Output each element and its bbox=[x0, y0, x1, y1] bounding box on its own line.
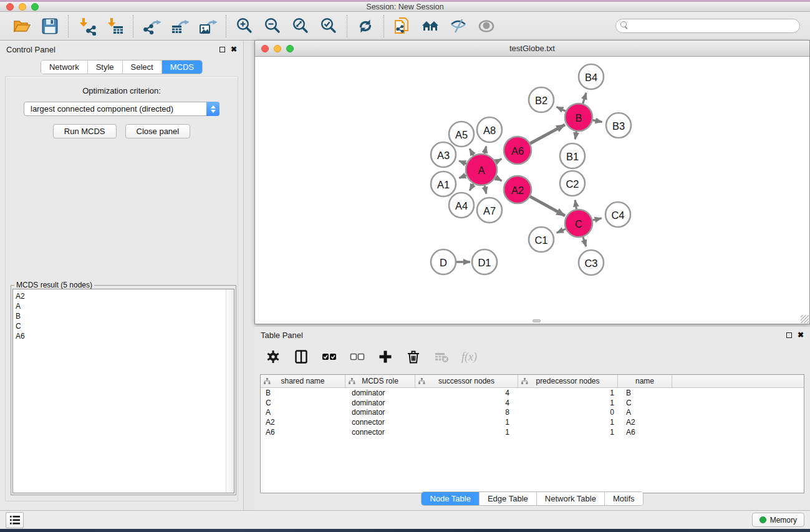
edge-A-A3[interactable] bbox=[459, 161, 466, 164]
tab-select[interactable]: Select bbox=[122, 60, 162, 74]
table-tab-motifs[interactable]: Motifs bbox=[604, 492, 643, 505]
graph-node-A1[interactable]: A1 bbox=[431, 172, 456, 196]
edge-A-A4[interactable] bbox=[470, 184, 473, 191]
graph-node-C3[interactable]: C3 bbox=[579, 250, 604, 275]
graph-node-B1[interactable]: B1 bbox=[560, 143, 585, 168]
graph-node-D1[interactable]: D1 bbox=[472, 249, 497, 274]
edge-A-A5[interactable] bbox=[470, 149, 473, 156]
export-table-icon[interactable] bbox=[170, 17, 189, 36]
graph-node-C2[interactable]: C2 bbox=[560, 171, 585, 196]
graph-node-C4[interactable]: C4 bbox=[605, 202, 630, 227]
mcds-result-item[interactable]: C bbox=[16, 321, 234, 331]
graph-node-B4[interactable]: B4 bbox=[579, 64, 604, 89]
graph-node-A7[interactable]: A7 bbox=[477, 198, 502, 223]
mcds-result-item[interactable]: A6 bbox=[16, 331, 234, 341]
column-header-name[interactable]: name bbox=[618, 375, 672, 387]
tab-network[interactable]: Network bbox=[41, 60, 87, 74]
graph-node-A6[interactable]: A6 bbox=[504, 137, 531, 164]
table-row[interactable]: Bdominator41B bbox=[261, 388, 804, 398]
save-session-icon[interactable] bbox=[41, 17, 59, 36]
table-row[interactable]: Adominator80A bbox=[261, 407, 804, 417]
edge-C-C4[interactable] bbox=[592, 218, 601, 220]
float-table-panel-icon[interactable] bbox=[786, 332, 792, 338]
function-builder-icon[interactable]: f(x) bbox=[461, 349, 477, 365]
edge-B-B1[interactable] bbox=[575, 132, 576, 140]
birdseye-view-icon[interactable] bbox=[477, 17, 496, 36]
show-columns-icon[interactable] bbox=[293, 349, 309, 365]
graph-node-D[interactable]: D bbox=[431, 249, 456, 274]
tab-mcds[interactable]: MCDS bbox=[162, 60, 202, 74]
edge-A-A7[interactable] bbox=[485, 185, 486, 193]
graph-node-B3[interactable]: B3 bbox=[606, 113, 631, 138]
network-hscrollbar-thumb[interactable] bbox=[533, 319, 541, 322]
column-header-MCDS-role[interactable]: MCDS role bbox=[345, 375, 415, 387]
run-mcds-button[interactable]: Run MCDS bbox=[53, 124, 117, 138]
graph-node-A3[interactable]: A3 bbox=[431, 142, 456, 167]
memory-button[interactable]: Memory bbox=[752, 513, 804, 527]
network-canvas[interactable]: AA1A2A3A4A5A6A7A8BB1B2B3B4CC1C2C3C4DD1 bbox=[255, 57, 809, 324]
mcds-result-item[interactable]: B bbox=[16, 311, 234, 321]
refresh-layout-icon[interactable] bbox=[356, 17, 375, 36]
network-resize-grip[interactable] bbox=[801, 315, 809, 323]
deselect-all-checks-icon[interactable] bbox=[349, 349, 365, 365]
edge-C-C2[interactable] bbox=[575, 200, 576, 210]
edge-A-A6[interactable] bbox=[496, 159, 501, 162]
graph-node-A5[interactable]: A5 bbox=[449, 122, 474, 147]
table-tab-node-table[interactable]: Node Table bbox=[422, 492, 479, 505]
column-header-successor-nodes[interactable]: successor nodes bbox=[415, 375, 518, 387]
edge-B-B2[interactable] bbox=[556, 107, 566, 111]
graph-node-B[interactable]: B bbox=[565, 104, 592, 131]
export-image-icon[interactable] bbox=[198, 17, 217, 36]
edge-A6-B[interactable] bbox=[530, 125, 565, 143]
graph-node-A[interactable]: A bbox=[466, 154, 497, 185]
tab-style[interactable]: Style bbox=[87, 60, 122, 74]
graph-node-A8[interactable]: A8 bbox=[477, 117, 502, 142]
delete-table-icon[interactable] bbox=[433, 349, 450, 365]
result-list-scrollbar[interactable] bbox=[226, 289, 234, 493]
edge-B-B3[interactable] bbox=[593, 120, 602, 122]
table-settings-gear-icon[interactable] bbox=[265, 349, 281, 365]
column-header-predecessor-nodes[interactable]: predecessor nodes bbox=[518, 375, 618, 387]
open-session-icon[interactable] bbox=[12, 17, 31, 36]
float-panel-icon[interactable] bbox=[219, 47, 225, 52]
graph-node-C1[interactable]: C1 bbox=[529, 227, 554, 252]
graph-node-A4[interactable]: A4 bbox=[449, 193, 474, 218]
zoom-out-icon[interactable] bbox=[263, 17, 282, 36]
table-row[interactable]: A2connector11A2 bbox=[261, 417, 804, 427]
edge-C-C3[interactable] bbox=[583, 237, 586, 246]
select-all-checks-icon[interactable] bbox=[321, 349, 337, 365]
network-document-icon[interactable] bbox=[393, 17, 412, 36]
edge-A-A1[interactable] bbox=[459, 175, 466, 178]
table-row[interactable]: A6connector11A6 bbox=[261, 427, 804, 437]
graph-node-A2[interactable]: A2 bbox=[504, 176, 531, 203]
graph-node-B2[interactable]: B2 bbox=[529, 87, 554, 112]
table-tab-edge-table[interactable]: Edge Table bbox=[479, 492, 536, 505]
edge-A-A8[interactable] bbox=[485, 146, 486, 153]
zoom-in-icon[interactable] bbox=[235, 17, 254, 36]
export-network-icon[interactable] bbox=[142, 17, 161, 36]
edge-C-C1[interactable] bbox=[557, 229, 566, 233]
import-network-icon[interactable] bbox=[77, 17, 96, 36]
column-header-shared-name[interactable]: shared name bbox=[261, 375, 345, 387]
zoom-fit-icon[interactable] bbox=[291, 17, 310, 36]
table-row[interactable]: Cdominator41C bbox=[261, 398, 804, 408]
edge-A-A2[interactable] bbox=[496, 178, 502, 181]
mcds-result-item[interactable]: A2 bbox=[16, 291, 234, 301]
optimization-criterion-select[interactable]: largest connected component (directed) bbox=[24, 102, 219, 116]
home-view-icon[interactable] bbox=[421, 17, 440, 36]
task-history-button[interactable] bbox=[6, 512, 24, 528]
import-table-icon[interactable] bbox=[105, 17, 124, 36]
graph-node-C[interactable]: C bbox=[565, 210, 592, 237]
zoom-selected-icon[interactable] bbox=[319, 17, 338, 36]
delete-column-trash-icon[interactable] bbox=[405, 349, 422, 365]
edge-B-B4[interactable] bbox=[583, 93, 586, 104]
edge-A2-C[interactable] bbox=[530, 196, 565, 216]
close-panel-button[interactable]: Close panel bbox=[125, 124, 191, 138]
mcds-result-item[interactable]: A bbox=[16, 301, 234, 311]
table-tab-network-table[interactable]: Network Table bbox=[536, 492, 604, 505]
close-table-panel-icon[interactable]: ✖ bbox=[798, 332, 804, 338]
search-input[interactable] bbox=[615, 19, 800, 33]
add-column-icon[interactable] bbox=[377, 349, 393, 365]
show-hide-graphics-icon[interactable] bbox=[449, 17, 468, 36]
close-panel-icon[interactable]: ✖ bbox=[231, 46, 237, 52]
